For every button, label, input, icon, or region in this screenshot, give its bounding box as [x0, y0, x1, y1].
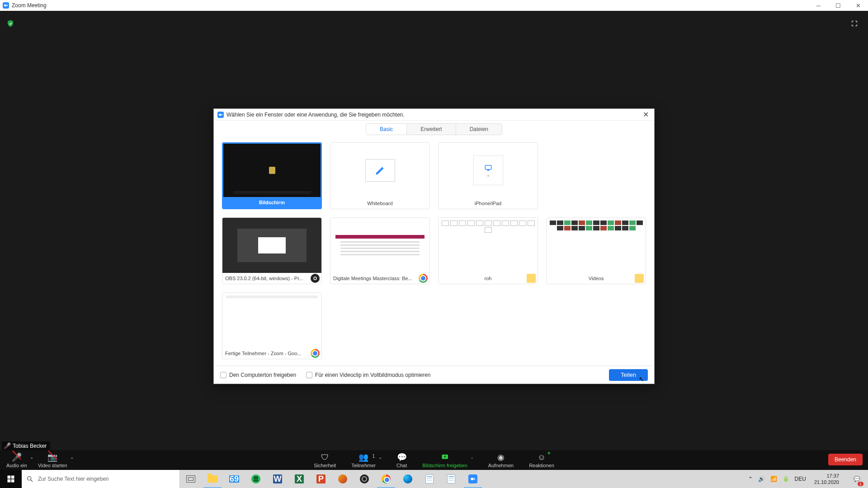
- search-icon: [26, 475, 33, 483]
- share-option-label: Videos: [547, 273, 646, 284]
- tab-advanced[interactable]: Erweitert: [406, 124, 455, 135]
- share-option-chrome-tab-1[interactable]: Digitale Meetings Masterclass: Be...: [330, 217, 430, 284]
- video-toggle-button[interactable]: 📷 Video starten: [35, 450, 70, 470]
- share-dialog-footer: Den Computerton freigeben Für einen Vide…: [214, 366, 654, 384]
- notification-icon: 💬: [854, 476, 860, 482]
- tray-overflow-chevron-icon[interactable]: ⌃: [748, 476, 753, 482]
- share-option-chrome-tab-2[interactable]: Fertige Teilnehmer - Zoom - Goo...: [222, 292, 322, 359]
- notepad-icon: [425, 474, 434, 483]
- window-close-button[interactable]: ✕: [848, 0, 868, 11]
- participants-menu-chevron-icon[interactable]: ⌃: [378, 457, 384, 470]
- svg-rect-6: [8, 479, 11, 483]
- share-dialog-close-button[interactable]: ✕: [641, 110, 651, 119]
- app-icon: [338, 474, 347, 483]
- fullscreen-icon[interactable]: [851, 20, 858, 27]
- svg-rect-5: [11, 476, 14, 479]
- share-option-label: iPhone/iPad: [439, 198, 538, 209]
- thumbnail-screen: [223, 144, 321, 197]
- taskbar-app-explorer[interactable]: [202, 470, 223, 488]
- tab-basic[interactable]: Basic: [366, 124, 406, 135]
- share-confirm-button[interactable]: Teilen: [609, 369, 648, 381]
- taskbar-app-spotify[interactable]: [245, 470, 267, 488]
- share-menu-chevron-icon[interactable]: ⌃: [470, 457, 476, 470]
- taskbar-search[interactable]: Zur Suche Text hier eingeben: [22, 470, 180, 488]
- window-title: Zoom Meeting: [12, 2, 47, 9]
- thumbnail-folder: [439, 218, 538, 273]
- encryption-shield-icon[interactable]: [6, 19, 14, 28]
- tray-battery-icon[interactable]: 🔋: [783, 476, 789, 482]
- share-option-screen[interactable]: Bildschirm: [222, 142, 322, 209]
- security-button[interactable]: 🛡 Sicherheit: [311, 450, 339, 470]
- zoom-app-icon: [3, 2, 9, 9]
- end-meeting-button[interactable]: Beenden: [828, 454, 863, 465]
- svg-rect-0: [4, 5, 6, 6]
- task-view-button[interactable]: [180, 470, 202, 488]
- record-button[interactable]: ◉ Aufnehmen: [486, 450, 516, 470]
- taskbar-app-mail[interactable]: 69: [223, 470, 245, 488]
- share-audio-checkbox[interactable]: Den Computerton freigeben: [220, 372, 296, 378]
- tab-files[interactable]: Dateien: [456, 124, 502, 135]
- share-option-folder-videos[interactable]: Videos: [546, 217, 646, 284]
- tray-volume-icon[interactable]: 🔊: [758, 476, 765, 482]
- audio-menu-chevron-icon[interactable]: ⌃: [30, 457, 35, 470]
- window-maximize-button[interactable]: ☐: [828, 0, 848, 11]
- chrome-app-icon: [419, 274, 428, 283]
- taskbar-app-notepad-2[interactable]: [440, 470, 462, 488]
- share-option-iphone-ipad[interactable]: iPhone/iPad: [438, 142, 538, 209]
- tray-clock[interactable]: 17:37 21.10.2020: [811, 473, 842, 485]
- share-option-label: Fertige Teilnehmer - Zoom - Goo...: [222, 348, 321, 359]
- taskbar-app-obs[interactable]: [354, 470, 375, 488]
- microphone-icon: 🎤: [12, 453, 22, 462]
- record-icon: ◉: [497, 453, 505, 462]
- taskbar-app-chrome[interactable]: [375, 470, 397, 488]
- tray-wifi-icon[interactable]: 📶: [770, 476, 777, 482]
- taskbar-app-edge[interactable]: [397, 470, 419, 488]
- people-icon: 👥: [359, 453, 368, 462]
- obs-icon: [360, 474, 369, 483]
- share-screen-icon: [440, 453, 449, 462]
- zoom-app-icon: [217, 112, 224, 118]
- taskbar-app-generic[interactable]: [332, 470, 354, 488]
- participants-count: 1: [372, 454, 375, 459]
- mail-icon: 69: [229, 475, 239, 483]
- obs-app-icon: [311, 274, 320, 283]
- share-option-label: Digitale Meetings Masterclass: Be...: [330, 273, 429, 284]
- chat-button[interactable]: 💬 Chat: [394, 450, 410, 470]
- zoom-meeting-toolbar: 🎤 Audio ein ⌃ 📷 Video starten ⌃ 🛡 Sicher…: [0, 450, 868, 470]
- share-audio-label: Den Computerton freigeben: [229, 372, 296, 378]
- taskbar-app-notepad[interactable]: [419, 470, 440, 488]
- share-screen-dialog: Wählen Sie ein Fenster oder eine Anwendu…: [213, 108, 655, 384]
- video-menu-chevron-icon[interactable]: ⌃: [70, 457, 75, 470]
- checkbox-icon: [306, 372, 312, 378]
- svg-rect-7: [11, 479, 14, 483]
- share-options-grid: Bildschirm Whiteboard iPhone/iPad: [214, 140, 654, 366]
- reactions-button[interactable]: ☺ + Reaktionen: [526, 450, 557, 470]
- svg-rect-1: [219, 113, 221, 115]
- share-option-obs[interactable]: OBS 23.0.2 (64-bit, windows) - Pr...: [222, 217, 322, 284]
- self-participant-name: Tobias Becker: [13, 443, 47, 449]
- audio-toggle-button[interactable]: 🎤 Audio ein: [4, 450, 30, 470]
- self-participant-label: 🎤̸ Tobias Becker: [2, 441, 50, 450]
- participants-button[interactable]: 👥 1 Teilnehmer: [349, 453, 378, 470]
- share-option-whiteboard[interactable]: Whiteboard: [330, 142, 430, 209]
- share-option-folder-roh[interactable]: roh: [438, 217, 538, 284]
- svg-rect-2: [485, 165, 491, 169]
- taskbar-app-zoom[interactable]: [462, 470, 484, 488]
- shield-icon: 🛡: [321, 453, 329, 462]
- notification-count: 1: [858, 482, 863, 486]
- tray-language-indicator[interactable]: DEU: [795, 476, 806, 482]
- optimize-video-checkbox[interactable]: Für einen Videoclip im Vollbildmodus opt…: [306, 372, 430, 378]
- window-minimize-button[interactable]: ─: [808, 0, 828, 11]
- taskbar-app-excel[interactable]: X: [288, 470, 310, 488]
- share-option-label: roh: [439, 273, 538, 284]
- share-screen-button[interactable]: Bildschirm freigeben: [420, 453, 470, 470]
- folder-icon: [208, 475, 217, 483]
- tray-notifications-button[interactable]: 💬 1: [847, 470, 866, 488]
- taskbar-app-powerpoint[interactable]: P: [310, 470, 332, 488]
- start-button[interactable]: [0, 470, 22, 488]
- taskbar-app-word[interactable]: W: [267, 470, 288, 488]
- plus-icon: +: [547, 450, 551, 456]
- thumbnail-obs: [222, 218, 321, 273]
- share-option-label: Whiteboard: [330, 198, 429, 209]
- mic-muted-icon: 🎤̸: [4, 442, 11, 449]
